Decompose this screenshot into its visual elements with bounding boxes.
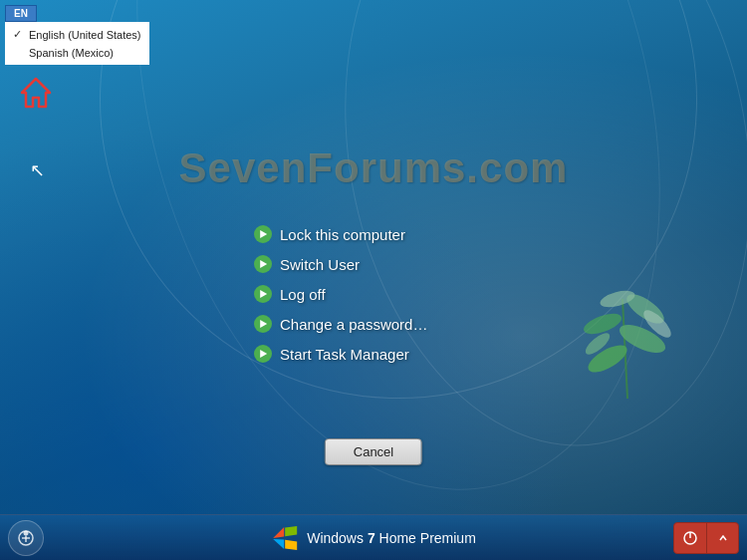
task-manager-option[interactable]: Start Task Manager [254, 339, 493, 369]
watermark-text: SevenForums.com [179, 144, 569, 192]
power-arrow-button[interactable] [706, 523, 738, 553]
language-option-english-label: English (United States) [29, 29, 141, 41]
language-button[interactable]: EN [5, 5, 37, 22]
language-dropdown-menu: ✓ English (United States) Spanish (Mexic… [5, 22, 149, 65]
home-icon [18, 75, 54, 111]
windows-logo-icon [271, 524, 299, 552]
switch-user-option[interactable]: Switch User [254, 249, 493, 279]
svg-marker-8 [22, 79, 50, 107]
home-icon-wrap [18, 75, 54, 115]
cancel-button-wrap: Cancel [325, 438, 422, 465]
taskbar-left [8, 520, 44, 556]
windows-edition: Home Premium [379, 530, 476, 546]
switch-arrow-icon [254, 255, 272, 273]
switch-user-label: Switch User [280, 256, 360, 273]
change-pw-arrow-icon [254, 315, 272, 333]
taskbar: Windows 7 Home Premium [0, 514, 747, 560]
power-icon [682, 530, 698, 546]
log-off-label: Log off [280, 286, 326, 303]
language-option-spanish-label: Spanish (Mexico) [29, 47, 114, 59]
windows-version-text: Windows 7 Home Premium [307, 530, 476, 546]
security-options-menu: Lock this computer Switch User Log off C… [254, 219, 493, 369]
lock-computer-option[interactable]: Lock this computer [254, 219, 493, 249]
power-button-group [673, 522, 739, 554]
language-option-english[interactable]: ✓ English (United States) [5, 25, 149, 44]
check-mark-icon: ✓ [13, 28, 25, 41]
log-off-option[interactable]: Log off [254, 279, 493, 309]
windows-version-number: 7 [368, 530, 375, 546]
windows-word: Windows [307, 530, 364, 546]
ease-access-button[interactable] [8, 520, 44, 556]
task-manager-label: Start Task Manager [280, 346, 409, 363]
taskbar-center: Windows 7 Home Premium [271, 524, 476, 552]
chevron-up-icon [718, 533, 728, 543]
lock-arrow-icon [254, 225, 272, 243]
taskbar-right [673, 522, 739, 554]
check-mark-empty [13, 47, 25, 59]
change-password-option[interactable]: Change a password… [254, 309, 493, 339]
lock-computer-label: Lock this computer [280, 226, 405, 243]
change-password-label: Change a password… [280, 316, 427, 333]
task-mgr-arrow-icon [254, 345, 272, 363]
power-button[interactable] [674, 523, 706, 553]
language-selector-container: EN ✓ English (United States) Spanish (Me… [5, 5, 149, 65]
logoff-arrow-icon [254, 285, 272, 303]
accessibility-icon [16, 528, 36, 548]
language-option-spanish[interactable]: Spanish (Mexico) [5, 44, 149, 62]
cancel-button[interactable]: Cancel [325, 438, 422, 465]
